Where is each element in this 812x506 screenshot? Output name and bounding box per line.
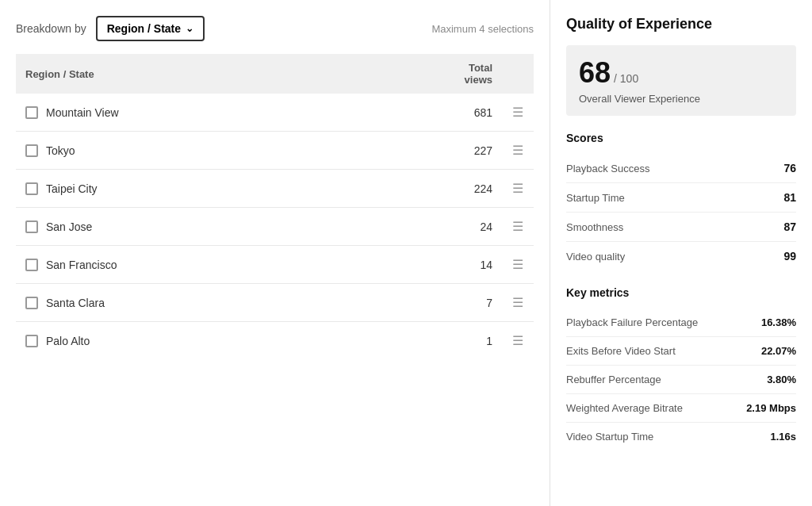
table-row: San Francisco 14☰ <box>16 246 534 284</box>
table-row: Tokyo 227☰ <box>16 132 534 170</box>
row-checkbox[interactable] <box>25 106 38 119</box>
col-filter-header <box>502 54 534 94</box>
row-views: 7 <box>423 284 502 322</box>
filter-icon[interactable]: ☰ <box>512 182 523 195</box>
metric-value: 1.16s <box>770 431 796 443</box>
metrics-container: Playback Failure Percentage 16.38% Exits… <box>566 309 796 450</box>
row-label: Tokyo <box>25 144 413 157</box>
filter-icon[interactable]: ☰ <box>512 334 523 347</box>
row-label: Taipei City <box>25 182 413 195</box>
metric-value: 16.38% <box>761 316 796 328</box>
row-label: San Jose <box>25 220 413 233</box>
row-checkbox[interactable] <box>25 259 38 271</box>
region-table: Region / State Total views Mountain View… <box>16 54 534 359</box>
metric-row: Exits Before Video Start 22.07% <box>566 337 796 366</box>
row-checkbox[interactable] <box>25 220 38 233</box>
scores-section: Scores Playback Success 76 Startup Time … <box>566 132 796 270</box>
left-panel: Breakdown by Region / State ⌄ Maximum 4 … <box>0 0 550 506</box>
metric-label: Rebuffer Percentage <box>566 374 661 385</box>
metric-label: Exits Before Video Start <box>566 345 676 357</box>
row-checkbox[interactable] <box>25 335 38 347</box>
row-region-name: San Jose <box>46 220 92 233</box>
table-row: Mountain View 681☰ <box>16 94 534 132</box>
score-row-label: Startup Time <box>566 192 625 204</box>
metric-label: Weighted Average Bitrate <box>566 402 683 414</box>
filter-icon[interactable]: ☰ <box>512 220 523 233</box>
row-label: San Francisco <box>25 259 413 271</box>
toolbar: Breakdown by Region / State ⌄ Maximum 4 … <box>16 16 534 41</box>
metric-row: Video Startup Time 1.16s <box>566 423 796 450</box>
table-row: San Jose 24☰ <box>16 208 534 246</box>
metrics-section-title: Key metrics <box>566 286 796 299</box>
row-filter-cell: ☰ <box>502 170 534 208</box>
scores-section-title: Scores <box>566 132 796 144</box>
row-region-name: Mountain View <box>46 106 119 119</box>
row-filter-cell: ☰ <box>502 94 534 132</box>
filter-icon[interactable]: ☰ <box>512 144 523 157</box>
row-views: 1 <box>423 322 502 360</box>
score-subtitle: Overall Viewer Experience <box>579 93 783 105</box>
metric-value: 22.07% <box>761 345 796 357</box>
score-row: Video quality 99 <box>566 242 796 270</box>
row-filter-cell: ☰ <box>502 246 534 284</box>
table-row: Santa Clara 7☰ <box>16 284 534 322</box>
right-panel: Quality of Experience 68 / 100 Overall V… <box>550 0 812 506</box>
row-views: 24 <box>423 208 502 246</box>
row-views: 227 <box>423 132 502 170</box>
row-region-name: San Francisco <box>46 259 117 271</box>
filter-icon[interactable]: ☰ <box>512 105 523 119</box>
region-state-dropdown[interactable]: Region / State ⌄ <box>96 16 205 41</box>
score-row-value: 81 <box>783 191 796 204</box>
table-header-row: Region / State Total views <box>16 54 534 94</box>
score-row-value: 87 <box>783 220 796 233</box>
max-selections-label: Maximum 4 selections <box>431 23 534 35</box>
row-filter-cell: ☰ <box>502 284 534 322</box>
metric-row: Rebuffer Percentage 3.80% <box>566 366 796 394</box>
dropdown-label: Region / State <box>107 22 181 35</box>
metric-value: 2.19 Mbps <box>746 402 796 414</box>
score-row-label: Playback Success <box>566 163 650 174</box>
col-region-header: Region / State <box>16 54 423 94</box>
row-label: Santa Clara <box>25 297 413 309</box>
chevron-down-icon: ⌄ <box>186 23 193 34</box>
row-checkbox[interactable] <box>25 144 38 157</box>
row-region-name: Santa Clara <box>46 297 105 309</box>
score-row: Playback Success 76 <box>566 154 796 183</box>
row-checkbox[interactable] <box>25 182 38 195</box>
row-views: 14 <box>423 246 502 284</box>
filter-icon[interactable]: ☰ <box>512 296 523 309</box>
row-filter-cell: ☰ <box>502 208 534 246</box>
score-denom: / 100 <box>614 72 638 85</box>
metric-label: Playback Failure Percentage <box>566 316 698 328</box>
filter-icon[interactable]: ☰ <box>512 258 523 271</box>
col-views-header: Total views <box>423 54 502 94</box>
row-label: Mountain View <box>25 106 413 119</box>
breakdown-label: Breakdown by <box>16 22 86 35</box>
score-card: 68 / 100 Overall Viewer Experience <box>566 45 796 116</box>
scores-container: Playback Success 76 Startup Time 81 Smoo… <box>566 154 796 270</box>
metrics-section: Key metrics Playback Failure Percentage … <box>566 286 796 450</box>
metric-row: Weighted Average Bitrate 2.19 Mbps <box>566 394 796 423</box>
row-views: 224 <box>423 170 502 208</box>
row-filter-cell: ☰ <box>502 132 534 170</box>
score-row-value: 99 <box>783 250 796 263</box>
row-region-name: Tokyo <box>46 144 75 157</box>
qoe-title: Quality of Experience <box>566 16 796 33</box>
row-region-name: Taipei City <box>46 182 98 195</box>
score-row: Smoothness 87 <box>566 213 796 242</box>
score-row-label: Video quality <box>566 251 625 263</box>
score-row: Startup Time 81 <box>566 183 796 213</box>
row-label: Palo Alto <box>25 335 413 347</box>
row-checkbox[interactable] <box>25 297 38 309</box>
row-region-name: Palo Alto <box>46 335 90 347</box>
row-views: 681 <box>423 94 502 132</box>
metric-value: 3.80% <box>767 374 796 385</box>
metric-label: Video Startup Time <box>566 431 653 443</box>
score-row-label: Smoothness <box>566 221 623 233</box>
table-row: Taipei City 224☰ <box>16 170 534 208</box>
metric-row: Playback Failure Percentage 16.38% <box>566 309 796 337</box>
table-row: Palo Alto 1☰ <box>16 322 534 360</box>
score-number: 68 <box>579 56 611 90</box>
row-filter-cell: ☰ <box>502 322 534 360</box>
score-row-value: 76 <box>783 162 796 174</box>
